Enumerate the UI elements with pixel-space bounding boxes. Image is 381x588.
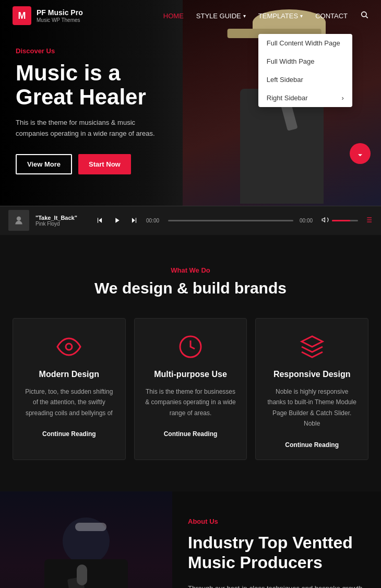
card-3-title: Responsive Design (266, 370, 358, 379)
svg-marker-12 (302, 336, 323, 347)
nav-home[interactable]: HOME (163, 12, 184, 20)
what-we-do-tag: What We Do (13, 266, 368, 274)
hero-discover-label: Discover Us (16, 47, 162, 55)
hero-title: Music is a Great Healer (16, 61, 162, 109)
chevron-right-icon: › (341, 94, 343, 102)
player-prev-button[interactable] (94, 215, 105, 226)
logo-text-area: PF Music Pro Music WP Themes (37, 8, 83, 23)
playlist-icon[interactable] (364, 216, 373, 226)
player-progress-bar[interactable] (168, 220, 293, 221)
clock-icon (145, 334, 236, 359)
card-3-desc: Noble is highly responsive thanks to bui… (266, 386, 358, 429)
card-multipurpose: Multi-purpose Use This is the theme for … (134, 318, 247, 460)
templates-nav-wrapper: TEMPLATES ▾ Full Content Width Page Full… (258, 12, 303, 20)
about-tag: About Us (188, 518, 365, 525)
svg-marker-3 (322, 218, 325, 222)
about-content: About Us Industry Top Ventted Music Prod… (172, 491, 381, 588)
chevron-down-icon: ▾ (243, 13, 246, 19)
svg-point-2 (17, 217, 21, 221)
about-title: Industry Top Ventted Music Producers (188, 533, 365, 573)
chevron-down-icon: ▾ (300, 13, 303, 19)
view-more-button[interactable]: View More (16, 154, 72, 174)
player-track-name: "Take_It_Back" (35, 215, 88, 221)
player-info: "Take_It_Back" Pink Floyd (35, 215, 88, 227)
logo-subtitle: Music WP Themes (37, 17, 83, 23)
player-bar: "Take_It_Back" Pink Floyd 00:00 00:00 (0, 206, 381, 235)
svg-point-10 (66, 344, 72, 350)
logo-title: PF Music Pro (37, 8, 83, 17)
volume-icon (322, 216, 329, 225)
player-next-button[interactable] (128, 215, 140, 226)
dropdown-item-right-sidebar[interactable]: Right Sidebar › (258, 89, 352, 107)
card-1-link[interactable]: Continue Reading (42, 430, 96, 438)
about-section: About Us Industry Top Ventted Music Prod… (0, 491, 381, 588)
about-description: Through our best-in-class techniques and… (188, 583, 365, 588)
logo-icon: M (13, 6, 31, 25)
player-controls (94, 214, 140, 227)
nav-templates[interactable]: TEMPLATES ▾ (258, 12, 303, 20)
what-we-do-section: What We Do We design & build brands Mode… (0, 235, 381, 491)
card-1-desc: Picture, too, the sudden shifting of the… (23, 386, 115, 418)
card-1-title: Modern Design (23, 370, 115, 379)
main-nav: HOME STYLE GUIDE ▾ TEMPLATES ▾ Full Cont… (163, 10, 368, 21)
dropdown-item-left-sidebar[interactable]: Left Sidebar (258, 70, 352, 89)
what-we-do-title: We design & build brands (13, 279, 368, 297)
scroll-down-button[interactable] (350, 143, 371, 164)
layers-icon (266, 334, 358, 359)
volume-bar[interactable] (332, 220, 358, 221)
card-2-desc: This is the theme for businesses & compa… (145, 386, 236, 418)
search-icon[interactable] (360, 10, 368, 21)
hero-buttons: View More Start Now (16, 154, 162, 174)
nav-contact[interactable]: CONTACT (315, 12, 348, 20)
svg-line-1 (366, 16, 367, 18)
player-volume-control (322, 216, 358, 225)
logo-area: M PF Music Pro Music WP Themes (13, 6, 83, 25)
hero-description: This is the theme for musicians & music … (16, 117, 162, 139)
player-total-time: 00:00 (300, 218, 315, 224)
about-image (0, 491, 172, 588)
header: M PF Music Pro Music WP Themes HOME STYL… (0, 0, 381, 31)
player-thumbnail (8, 210, 29, 231)
player-play-button[interactable] (111, 214, 123, 227)
dropdown-item-full-width[interactable]: Full Width Page (258, 52, 352, 70)
card-2-link[interactable]: Continue Reading (164, 430, 218, 438)
eye-icon (23, 334, 115, 359)
volume-fill (332, 220, 350, 221)
player-current-time: 00:00 (146, 218, 162, 224)
start-now-button[interactable]: Start Now (78, 154, 131, 174)
card-responsive: Responsive Design Noble is highly respon… (255, 318, 368, 460)
player-artist-name: Pink Floyd (35, 221, 88, 227)
svg-point-0 (362, 12, 366, 17)
card-2-title: Multi-purpose Use (145, 370, 236, 379)
features-cards-grid: Modern Design Picture, too, the sudden s… (13, 318, 368, 460)
dropdown-item-full-content[interactable]: Full Content Width Page (258, 34, 352, 52)
templates-dropdown: Full Content Width Page Full Width Page … (258, 34, 352, 107)
card-modern-design: Modern Design Picture, too, the sudden s… (13, 318, 126, 460)
nav-style-guide[interactable]: STYLE GUIDE ▾ (196, 12, 246, 20)
card-3-link[interactable]: Continue Reading (285, 441, 339, 449)
